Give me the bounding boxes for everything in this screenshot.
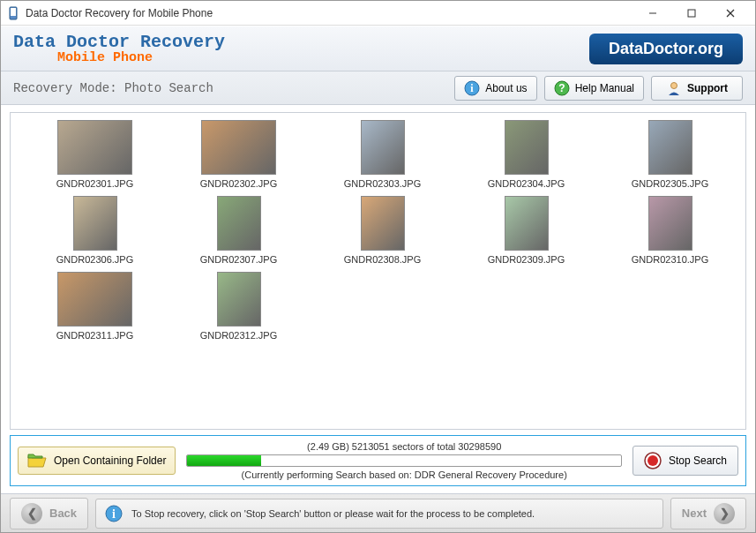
thumbnail-image bbox=[505, 196, 549, 251]
maximize-button[interactable] bbox=[672, 2, 711, 25]
help-manual-label: Help Manual bbox=[575, 82, 634, 94]
thumbnail-filename: GNDR02311.JPG bbox=[56, 330, 133, 341]
support-button[interactable]: Support bbox=[651, 76, 743, 101]
mode-buttons: i About us ? Help Manual Support bbox=[454, 76, 743, 101]
brand-title: Data Doctor Recovery bbox=[13, 32, 225, 52]
folder-open-icon bbox=[27, 453, 47, 469]
progress-bar-fill bbox=[187, 455, 261, 466]
thumbnail-filename: GNDR02306.JPG bbox=[56, 254, 133, 265]
back-label: Back bbox=[49, 507, 77, 520]
thumbnail-image bbox=[505, 120, 549, 175]
window-title: Data Doctor Recovery for Mobile Phone bbox=[26, 7, 633, 19]
thumbnail-item[interactable]: GNDR02303.JPG bbox=[312, 118, 453, 191]
next-button[interactable]: Next ❯ bbox=[670, 498, 746, 529]
thumbnail-item[interactable]: GNDR02307.JPG bbox=[168, 194, 309, 266]
thumbnail-grid: GNDR02301.JPGGNDR02302.JPGGNDR02303.JPGG… bbox=[25, 118, 740, 342]
recovery-mode-label: Recovery Mode: Photo Search bbox=[13, 81, 213, 95]
thumbnail-filename: GNDR02302.JPG bbox=[200, 178, 277, 189]
thumbnail-image bbox=[361, 196, 405, 251]
stop-search-button[interactable]: Stop Search bbox=[632, 446, 738, 476]
support-icon bbox=[666, 80, 682, 96]
about-us-button[interactable]: i About us bbox=[454, 76, 536, 101]
close-button[interactable] bbox=[711, 2, 750, 25]
thumbnail-filename: GNDR02305.JPG bbox=[632, 178, 708, 189]
progress-sectors-text: (2.49 GB) 5213051 sectors of total 30298… bbox=[307, 441, 501, 452]
next-label: Next bbox=[682, 507, 707, 520]
open-containing-folder-button[interactable]: Open Containing Folder bbox=[18, 447, 176, 475]
thumbnail-item[interactable]: GNDR02301.JPG bbox=[25, 118, 165, 191]
thumbnail-image bbox=[73, 196, 117, 251]
svg-point-12 bbox=[647, 455, 658, 466]
svg-rect-1 bbox=[11, 8, 16, 16]
stop-search-label: Stop Search bbox=[669, 454, 727, 467]
about-us-label: About us bbox=[485, 82, 527, 94]
thumbnail-item[interactable]: GNDR02304.JPG bbox=[456, 118, 596, 191]
progress-panel: Open Containing Folder (2.49 GB) 5213051… bbox=[10, 435, 746, 486]
stop-icon bbox=[644, 452, 662, 469]
brand-bar: Data Doctor Recovery Mobile Phone DataDo… bbox=[1, 26, 755, 71]
svg-point-10 bbox=[671, 82, 677, 88]
progress-method-text: (Currently performing Search based on: D… bbox=[242, 469, 567, 480]
thumbnail-image bbox=[217, 272, 261, 327]
thumbnail-item[interactable]: GNDR02309.JPG bbox=[456, 194, 596, 266]
help-manual-button[interactable]: ? Help Manual bbox=[544, 76, 644, 101]
footer-message-box: i To Stop recovery, click on 'Stop Searc… bbox=[95, 499, 663, 529]
chevron-right-icon: ❯ bbox=[714, 503, 735, 524]
help-icon: ? bbox=[554, 80, 570, 96]
thumbnail-image bbox=[57, 272, 132, 327]
thumbnail-filename: GNDR02309.JPG bbox=[488, 254, 565, 265]
thumbnail-filename: GNDR02304.JPG bbox=[488, 178, 565, 189]
app-icon bbox=[6, 6, 20, 20]
thumbnail-image bbox=[361, 120, 405, 175]
brand-left: Data Doctor Recovery Mobile Phone bbox=[13, 32, 225, 65]
svg-text:?: ? bbox=[558, 82, 565, 94]
thumbnail-item[interactable]: GNDR02306.JPG bbox=[25, 194, 165, 266]
content-area: GNDR02301.JPGGNDR02302.JPGGNDR02303.JPGG… bbox=[1, 105, 755, 493]
thumbnail-item[interactable]: GNDR02310.JPG bbox=[600, 194, 740, 266]
footer-bar: ❮ Back i To Stop recovery, click on 'Sto… bbox=[1, 493, 755, 532]
thumbnail-filename: GNDR02307.JPG bbox=[200, 254, 277, 265]
thumbnail-area[interactable]: GNDR02301.JPGGNDR02302.JPGGNDR02303.JPGG… bbox=[10, 112, 746, 430]
thumbnail-filename: GNDR02303.JPG bbox=[344, 178, 421, 189]
footer-message-text: To Stop recovery, click on 'Stop Search'… bbox=[131, 508, 535, 519]
brand-subtitle: Mobile Phone bbox=[13, 50, 225, 65]
svg-text:i: i bbox=[112, 507, 116, 521]
thumbnail-filename: GNDR02310.JPG bbox=[632, 254, 708, 265]
thumbnail-image bbox=[57, 120, 132, 175]
progress-center: (2.49 GB) 5213051 sectors of total 30298… bbox=[186, 441, 622, 480]
thumbnail-image bbox=[648, 196, 692, 251]
thumbnail-image bbox=[217, 196, 261, 251]
svg-rect-3 bbox=[688, 10, 695, 17]
info-icon: i bbox=[105, 505, 123, 522]
thumbnail-image bbox=[648, 120, 692, 175]
thumbnail-item[interactable]: GNDR02302.JPG bbox=[168, 118, 309, 191]
back-button[interactable]: ❮ Back bbox=[10, 498, 88, 529]
brand-link[interactable]: DataDoctor.org bbox=[589, 34, 743, 64]
thumbnail-filename: GNDR02312.JPG bbox=[200, 330, 277, 341]
thumbnail-item[interactable]: GNDR02308.JPG bbox=[312, 194, 453, 266]
app-window: Data Doctor Recovery for Mobile Phone Da… bbox=[0, 0, 756, 533]
chevron-left-icon: ❮ bbox=[21, 503, 42, 524]
thumbnail-filename: GNDR02301.JPG bbox=[56, 178, 133, 189]
minimize-button[interactable] bbox=[633, 2, 672, 25]
thumbnail-filename: GNDR02308.JPG bbox=[344, 254, 421, 265]
thumbnail-item[interactable]: GNDR02305.JPG bbox=[600, 118, 740, 191]
thumbnail-item[interactable]: GNDR02311.JPG bbox=[25, 270, 165, 342]
thumbnail-item[interactable]: GNDR02312.JPG bbox=[168, 270, 309, 342]
titlebar: Data Doctor Recovery for Mobile Phone bbox=[1, 1, 755, 26]
progress-bar bbox=[186, 454, 622, 467]
info-icon: i bbox=[464, 80, 480, 96]
mode-bar: Recovery Mode: Photo Search i About us ?… bbox=[1, 71, 755, 105]
thumbnail-image bbox=[201, 120, 276, 175]
support-label: Support bbox=[687, 82, 728, 94]
window-controls bbox=[633, 2, 750, 25]
open-folder-label: Open Containing Folder bbox=[54, 454, 166, 467]
